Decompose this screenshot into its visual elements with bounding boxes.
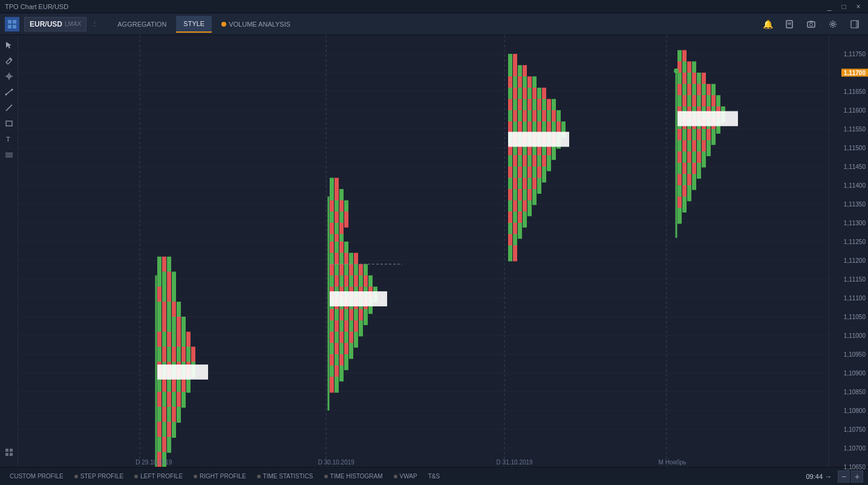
tab-time-histogram[interactable]: TIME HISTOGRAM xyxy=(319,470,388,483)
svg-rect-73 xyxy=(177,302,181,317)
tab-right-profile-label: RIGHT PROFILE xyxy=(200,473,246,480)
svg-rect-64 xyxy=(172,272,176,288)
svg-rect-231 xyxy=(334,377,339,392)
svg-rect-127 xyxy=(167,437,171,452)
tab-time-statistics[interactable]: TIME STATISTICS xyxy=(252,470,318,483)
tab-step-profile[interactable]: STEP PROFILE xyxy=(70,470,129,483)
tab-right-profile[interactable]: RIGHT PROFILE xyxy=(189,470,251,483)
price-label: 1,10700 xyxy=(844,445,866,452)
svg-rect-82 xyxy=(167,332,171,348)
svg-rect-424 xyxy=(702,151,706,167)
svg-marker-13 xyxy=(6,42,11,48)
svg-rect-343 xyxy=(527,200,532,216)
main-toolbar: EUR/USD LMAX ⋮ AGGREGATION STYLE VOLUME … xyxy=(0,13,868,35)
svg-rect-347 xyxy=(523,211,527,227)
svg-rect-354 xyxy=(513,245,517,261)
price-label: 1,11450 xyxy=(844,163,866,170)
svg-rect-12 xyxy=(856,21,858,28)
maximize-button[interactable]: □ xyxy=(839,2,849,11)
crosshair-tool[interactable] xyxy=(2,69,16,84)
minimize-button[interactable]: _ xyxy=(824,2,834,11)
text-tool[interactable]: T xyxy=(2,132,16,147)
svg-rect-332 xyxy=(537,178,541,194)
zoom-controls: − + xyxy=(838,470,863,483)
svg-rect-93 xyxy=(186,347,191,363)
svg-rect-60 xyxy=(167,257,171,272)
close-button[interactable]: × xyxy=(853,2,863,11)
tab-aggregation[interactable]: AGGREGATION xyxy=(110,16,174,33)
bottom-toolbar: CUSTOM PROFILE STEP PROFILE LEFT PROFILE… xyxy=(0,467,868,485)
tab-time-histogram-label: TIME HISTOGRAM xyxy=(330,473,383,480)
sidebar-toggle-button[interactable] xyxy=(846,16,863,33)
price-label: 1,11400 xyxy=(844,182,866,189)
zoom-plus-button[interactable]: + xyxy=(851,470,863,483)
tab-volume-analysis[interactable]: VOLUME ANALYSIS xyxy=(214,16,298,33)
svg-rect-61 xyxy=(157,272,162,288)
svg-rect-112 xyxy=(167,392,171,407)
svg-rect-144 xyxy=(344,211,348,227)
svg-rect-126 xyxy=(162,437,166,452)
price-label: 1,10750 xyxy=(844,426,866,432)
svg-rect-68 xyxy=(172,286,176,302)
svg-rect-67 xyxy=(167,286,171,302)
svg-rect-438 xyxy=(682,197,687,213)
instrument-selector[interactable]: EUR/USD LMAX xyxy=(24,17,86,31)
svg-rect-70 xyxy=(162,302,166,317)
toolbar-right-controls: 🔔 xyxy=(759,16,863,33)
tab-style[interactable]: STYLE xyxy=(176,16,212,33)
svg-text:M Ноябрь: M Ноябрь xyxy=(659,459,687,466)
zoom-minus-button[interactable]: − xyxy=(838,470,850,483)
indicator-tool[interactable] xyxy=(2,148,16,162)
window-title: TPO Chart EUR/USD xyxy=(5,3,824,10)
cursor-tool[interactable] xyxy=(2,38,16,52)
draw-tool[interactable] xyxy=(2,101,16,115)
line-tool[interactable] xyxy=(2,85,16,99)
time-histogram-dot xyxy=(324,475,328,478)
svg-rect-22 xyxy=(6,121,12,126)
tab-ts[interactable]: T&S xyxy=(423,470,445,483)
svg-rect-71 xyxy=(167,302,171,317)
edit-tool[interactable] xyxy=(2,53,16,68)
tab-custom-profile[interactable]: CUSTOM PROFILE xyxy=(5,470,68,483)
svg-rect-7 xyxy=(808,22,815,27)
price-label: 1,11050 xyxy=(844,314,866,320)
svg-rect-84 xyxy=(177,332,181,348)
vwap-dot xyxy=(394,475,397,478)
bottom-sidebar-icon[interactable] xyxy=(2,445,16,460)
svg-rect-118 xyxy=(167,407,171,423)
instrument-menu-button[interactable]: ⋮ xyxy=(89,20,100,28)
svg-rect-211 xyxy=(359,320,363,336)
svg-rect-3 xyxy=(13,25,16,28)
price-label: 1,11550 xyxy=(844,126,866,133)
svg-rect-222 xyxy=(349,343,353,358)
chart-area[interactable]: D 29.10.2019D 30.10.2019D 31.10.2019M Но… xyxy=(18,35,829,467)
price-label: 1,10850 xyxy=(844,389,866,395)
tab-vwap[interactable]: VWAP xyxy=(389,470,422,483)
svg-rect-63 xyxy=(167,272,171,288)
bookmark-button[interactable] xyxy=(781,16,798,33)
svg-point-20 xyxy=(11,89,13,91)
volume-dot-indicator xyxy=(221,22,226,27)
window-controls: _ □ × xyxy=(824,2,863,11)
svg-text:D 29.10.2019: D 29.10.2019 xyxy=(135,459,172,466)
main-layout: T D 29.10.2019D 30.10.2019D 31.10.2019M … xyxy=(0,35,868,467)
svg-rect-230 xyxy=(330,377,334,392)
svg-rect-78 xyxy=(177,317,181,332)
rectangle-tool[interactable] xyxy=(2,116,16,131)
tab-left-profile[interactable]: LEFT PROFILE xyxy=(129,470,188,483)
svg-point-8 xyxy=(810,23,813,26)
svg-rect-65 xyxy=(157,286,162,302)
svg-rect-91 xyxy=(177,347,181,363)
settings-button[interactable] xyxy=(824,16,841,33)
tab-ts-label: T&S xyxy=(428,473,440,480)
svg-rect-123 xyxy=(167,422,171,438)
time-display: 09:44 → xyxy=(806,473,832,480)
alert-button[interactable]: 🔔 xyxy=(759,16,776,33)
svg-point-442 xyxy=(674,68,679,73)
camera-button[interactable] xyxy=(803,16,820,33)
svg-rect-77 xyxy=(172,317,176,332)
tab-aggregation-label: AGGREGATION xyxy=(117,21,166,28)
svg-rect-353 xyxy=(508,245,512,261)
tab-step-profile-label: STEP PROFILE xyxy=(80,473,124,480)
price-label: 1,11650 xyxy=(844,88,866,95)
